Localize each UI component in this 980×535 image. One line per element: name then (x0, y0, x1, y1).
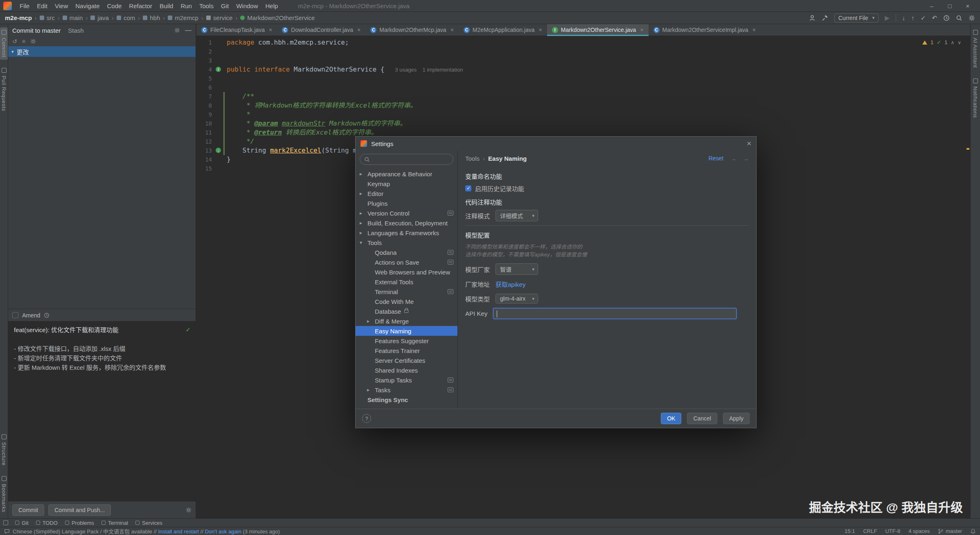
commit-message-editor[interactable]: feat(service): 优化文件下载和清理功能 ✓ - 修改文件下载接口，… (8, 321, 196, 501)
tree-item-code-with-me[interactable]: Code With Me (356, 297, 457, 306)
settings-search[interactable] (360, 154, 453, 165)
update-project-icon[interactable]: ↓ (902, 15, 906, 21)
code-line[interactable]: 10 * @param markdownStr Markdown格式的字符串。 (196, 119, 966, 128)
get-apikey-link[interactable]: 获取apikey (496, 280, 525, 288)
comment-mode-select[interactable]: 详细模式 ▾ (496, 210, 538, 221)
close-icon[interactable]: × (752, 27, 756, 33)
tab-filecleanuptask-java[interactable]: CFileCleanupTask.java× (196, 24, 277, 36)
breadcrumb-item-m2e-mcp[interactable]: m2e-mcp (5, 14, 32, 21)
code-line[interactable]: 9 * (196, 110, 966, 119)
tree-item-appearance-behavior[interactable]: ▸Appearance & Behavior (356, 169, 457, 179)
menu-git[interactable]: Git (217, 0, 232, 12)
code-line[interactable]: 8 * 将Markdown格式的字符串转换为Excel格式的字符串。 (196, 101, 966, 110)
close-icon[interactable]: × (747, 139, 751, 148)
chevron-collapsed-icon[interactable]: ▸ (360, 191, 367, 196)
chevron-down-icon[interactable]: ▾ (11, 49, 14, 54)
tree-item-features-suggester[interactable]: Features Suggester (356, 336, 457, 346)
breadcrumb-item-hbh[interactable]: hbh (143, 14, 160, 21)
refresh-icon[interactable]: ↺ (12, 38, 17, 45)
prev-problem-icon[interactable]: ∧ (951, 40, 954, 45)
file-encoding[interactable]: UTF-8 (885, 528, 900, 534)
line-ending[interactable]: CRLF (863, 528, 877, 534)
menu-code[interactable]: Code (103, 0, 125, 12)
tree-item-tools[interactable]: ▾Tools (356, 238, 457, 247)
menu-window[interactable]: Window (232, 0, 261, 12)
menu-navigate[interactable]: Navigate (72, 0, 103, 12)
close-icon[interactable]: × (357, 27, 360, 33)
chevron-collapsed-icon[interactable]: ▸ (360, 220, 367, 226)
toolwindow-todo[interactable]: TODO (32, 519, 61, 527)
panel-settings-gear-icon[interactable] (174, 27, 180, 33)
code-line[interactable]: 4Ipublic interface Markdown2OtherService… (196, 65, 966, 74)
menu-build[interactable]: Build (156, 0, 177, 12)
menu-view[interactable]: View (51, 0, 72, 12)
maximize-icon[interactable]: □ (941, 0, 959, 12)
breadcrumb-item-m2emcp[interactable]: m2emcp (168, 14, 198, 21)
model-vendor-select[interactable]: 智谱 ▾ (496, 263, 538, 275)
search-everywhere-icon[interactable] (956, 15, 962, 21)
caret-position[interactable]: 15:1 (845, 528, 855, 534)
apply-button[interactable]: Apply (723, 413, 750, 424)
tree-item-web-browsers-and-preview[interactable]: Web Browsers and Preview (356, 267, 457, 277)
tree-item-qodana[interactable]: Qodana (356, 247, 457, 257)
event-log-bubble-icon[interactable] (4, 528, 10, 534)
code-line[interactable]: 3 (196, 56, 966, 65)
git-branch-widget[interactable]: master (938, 528, 962, 534)
commit-and-push-button[interactable]: Commit and Push... (48, 504, 111, 516)
code-line[interactable]: 1package com.hbh.m2emcp.service; (196, 38, 966, 47)
close-icon[interactable]: × (269, 27, 272, 33)
close-icon[interactable]: × (539, 27, 542, 33)
toolwindow-services[interactable]: Services (132, 519, 166, 527)
ok-button[interactable]: OK (661, 413, 681, 424)
breadcrumb-item-src[interactable]: src (40, 14, 55, 21)
tab-markdown2othermcp-java[interactable]: CMarkdown2OtherMcp.java× (365, 24, 459, 36)
chevron-collapsed-icon[interactable]: ▸ (367, 387, 375, 393)
tab-markdown2otherserviceimpl-java[interactable]: CMarkdown2OtherServiceImpl.java× (649, 24, 761, 36)
tab-markdown2otherservice-java[interactable]: IMarkdown2OtherService.java× (547, 24, 649, 36)
tree-item-plugins[interactable]: Plugins (356, 198, 457, 208)
menu-run[interactable]: Run (177, 0, 196, 12)
inspections-widget[interactable]: 1 ✓ 1 ∧ ∨ (922, 39, 961, 45)
help-button[interactable]: ? (362, 414, 371, 423)
tree-item-features-trainer[interactable]: Features Trainer (356, 346, 457, 355)
close-icon[interactable]: × (959, 0, 977, 12)
intellij-logo-icon[interactable] (3, 2, 12, 10)
tab-downloadcontroller-java[interactable]: CDownloadController.java× (277, 24, 365, 36)
tab-m2emcpapplication-java[interactable]: CM2eMcpApplication.java× (459, 24, 547, 36)
tree-item-external-tools[interactable]: External Tools (356, 277, 457, 287)
dialog-breadcrumb-tools[interactable]: Tools (465, 155, 480, 162)
settings-search-input[interactable] (373, 156, 449, 163)
tree-item-keymap[interactable]: Keymap (356, 179, 457, 189)
breadcrumb-item-markdown2otherservice[interactable]: Markdown2OtherService (240, 14, 315, 21)
tree-item-shared-indexes[interactable]: Shared Indexes (356, 365, 457, 375)
tool-windows-icon[interactable] (3, 520, 8, 525)
chevron-collapsed-icon[interactable]: ▸ (360, 171, 367, 177)
run-button[interactable]: ▶ (885, 15, 890, 21)
tree-item-actions-on-save[interactable]: Actions on Save (356, 257, 457, 267)
menu-file[interactable]: File (16, 0, 33, 12)
commit-check-icon[interactable]: ✓ (921, 15, 926, 21)
tab-commit-to-master[interactable]: Commit to master (12, 27, 61, 34)
breadcrumb-item-java[interactable]: java (90, 14, 109, 21)
tree-item-tasks[interactable]: ▸Tasks (356, 385, 457, 395)
api-key-field[interactable] (493, 308, 737, 319)
tree-item-editor[interactable]: ▸Editor (356, 189, 457, 198)
tree-item-languages-frameworks[interactable]: ▸Languages & Frameworks (356, 228, 457, 238)
breadcrumb-item-main[interactable]: main (63, 14, 83, 21)
commit-history-icon[interactable] (44, 312, 50, 318)
tool-strip-ai-assistant[interactable]: AI Assistant (971, 27, 979, 70)
amend-checkbox[interactable] (12, 312, 18, 318)
tree-item-build-execution-deployment[interactable]: ▸Build, Execution, Deployment (356, 218, 457, 228)
hide-panel-icon[interactable]: — (185, 27, 191, 34)
code-line[interactable]: 6 (196, 83, 966, 92)
push-icon[interactable]: ↑ (911, 15, 915, 21)
changes-settings-icon[interactable] (30, 38, 36, 44)
close-icon[interactable]: × (451, 27, 454, 33)
code-line[interactable]: 11 * @return 转换后的Excel格式的字符串。 (196, 128, 966, 137)
menu-help[interactable]: Help (262, 0, 282, 12)
minimize-icon[interactable]: – (923, 0, 941, 12)
commit-options-gear-icon[interactable] (186, 507, 191, 513)
tab-stash[interactable]: Stash (68, 27, 83, 34)
tree-item-startup-tasks[interactable]: Startup Tasks (356, 375, 457, 385)
history-checkbox-row[interactable]: 启用历史记录功能 (465, 184, 749, 193)
